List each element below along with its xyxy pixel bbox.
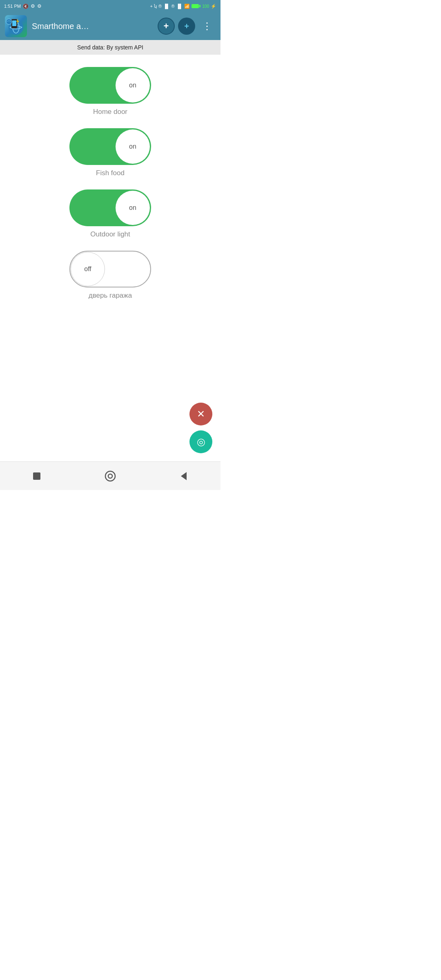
settings-icon: ⚙ [31, 3, 35, 9]
charging-icon: ⚡ [211, 4, 216, 9]
toggle-item-home-door: on Home door [69, 67, 151, 116]
home-circle-icon [104, 470, 116, 482]
close-fab-icon: ✕ [197, 408, 205, 420]
toggle-knob-home-door: on [116, 68, 150, 102]
bluetooth-button[interactable]: + [178, 18, 195, 35]
status-right: + ʮ ® ▐▌ ® ▐▌ 📶 100 ⚡ [150, 4, 216, 9]
main-content: on Home door on Fish food on Outdoor lig… [0, 55, 220, 320]
toggle-item-garage-door: off дверь гаража [69, 251, 151, 300]
battery-level: 100 [202, 4, 209, 9]
nav-home-button[interactable] [104, 470, 116, 482]
registered-icon: ® [158, 4, 162, 9]
bluetooth-status-icon: + ʮ [150, 4, 156, 9]
toggle-label-home-door: Home door [93, 108, 127, 116]
send-data-label: Send data: By system API [77, 44, 143, 51]
svg-point-7 [105, 471, 115, 481]
toggle-knob-fish-food: on [116, 129, 150, 164]
status-left: 1:51 PM 🔇 ⚙ ⚙ [4, 3, 42, 9]
time-display: 1:51 PM [4, 4, 21, 9]
add-button[interactable]: + [158, 18, 175, 35]
toggle-item-outdoor-light: on Outdoor light [69, 189, 151, 238]
mute-icon: 🔇 [23, 4, 29, 9]
nav-stop-button[interactable] [31, 470, 43, 482]
nav-back-button[interactable] [178, 470, 190, 482]
wifi-icon: 📶 [184, 4, 190, 9]
toggle-label-fish-food: Fish food [96, 169, 125, 177]
settings2-icon: ⚙ [37, 3, 42, 9]
battery-indicator [192, 4, 200, 8]
toggle-knob-outdoor-light: on [116, 191, 150, 225]
toggle-label-outdoor-light: Outdoor light [90, 230, 130, 238]
app-icon [5, 15, 27, 37]
toggle-outdoor-light[interactable]: on [69, 189, 151, 226]
fab-area: ✕ ◎ [189, 403, 212, 453]
app-bar-actions: + + ⋮ [158, 18, 216, 35]
signal-icon: ▐▌ [163, 4, 170, 9]
toggle-home-door[interactable]: on [69, 67, 151, 104]
bluetooth-icon: + [184, 22, 189, 31]
toggle-knob-garage-door: off [71, 252, 105, 286]
svg-point-8 [108, 474, 112, 478]
toggle-fish-food[interactable]: on [69, 128, 151, 165]
svg-rect-4 [12, 20, 16, 26]
nav-bar [0, 461, 220, 490]
status-bar: 1:51 PM 🔇 ⚙ ⚙ + ʮ ® ▐▌ ® ▐▌ 📶 100 ⚡ [0, 0, 220, 12]
app-bar: Smarthome a… + + ⋮ [0, 12, 220, 40]
toggle-item-fish-food: on Fish food [69, 128, 151, 177]
app-title: Smarthome a… [32, 22, 153, 31]
svg-marker-9 [181, 472, 187, 480]
more-options-button[interactable]: ⋮ [198, 18, 216, 35]
sub-header: Send data: By system API [0, 40, 220, 55]
add-icon: + [164, 21, 169, 31]
svg-rect-6 [33, 472, 40, 480]
main-fab-icon: ◎ [197, 436, 205, 448]
toggle-garage-door[interactable]: off [69, 251, 151, 287]
toggle-label-garage-door: дверь гаража [89, 292, 132, 300]
signal2-icon: ▐▌ [176, 4, 183, 9]
fab-close-button[interactable]: ✕ [189, 403, 212, 425]
fab-main-button[interactable]: ◎ [189, 430, 212, 453]
more-icon: ⋮ [202, 20, 212, 32]
back-icon [178, 470, 190, 482]
registered2-icon: ® [172, 4, 175, 9]
stop-icon [31, 470, 43, 482]
